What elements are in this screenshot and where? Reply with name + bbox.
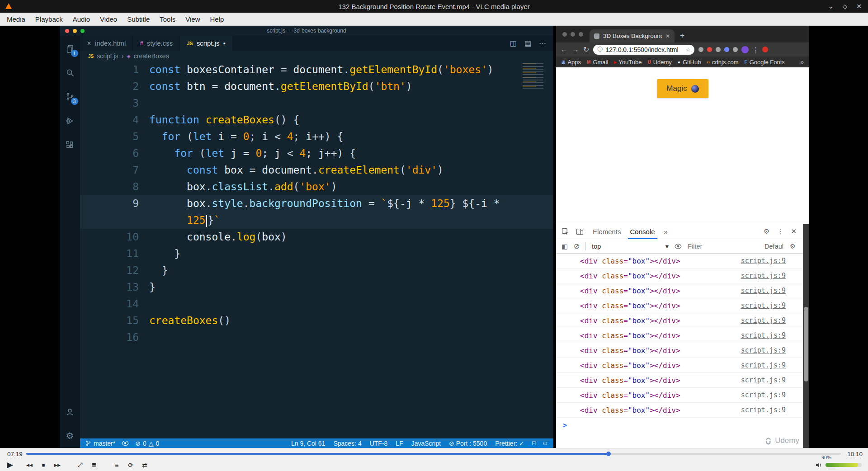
profile-avatar[interactable] [741, 46, 749, 53]
seek-handle[interactable] [606, 452, 611, 456]
bookmark-cdnjs-com[interactable]: ‹›cdnjs.com [707, 59, 738, 66]
code-row[interactable]: 6 for (let j = 0; j < 4; j++) { [80, 145, 553, 162]
toggle-layout-icon[interactable]: ▤ [524, 39, 531, 47]
log-levels-dropdown[interactable]: Defaul [764, 243, 783, 250]
stop-button[interactable]: ■ [38, 460, 49, 470]
bookmark-udemy[interactable]: UUdemy [647, 59, 671, 66]
code-row[interactable]: 15createBoxes() [80, 312, 553, 329]
volume-slider[interactable] [826, 463, 862, 467]
console-source-link[interactable]: script.js:9 [741, 331, 786, 339]
settings-gear-icon[interactable]: ⚙ [64, 430, 76, 442]
console-message[interactable]: <div class="box"></div> [580, 301, 680, 310]
window-close-icon[interactable]: ✕ [856, 3, 862, 10]
code-row[interactable]: 3 [80, 95, 553, 112]
macos-traffic-lights[interactable] [65, 29, 85, 33]
window-minimize-icon[interactable]: ⌄ [828, 3, 834, 10]
url-text[interactable]: 127.0.0.1:5500/index.html [605, 46, 683, 53]
console-sidebar-icon[interactable]: ◧ [561, 243, 568, 250]
run-debug-icon[interactable] [64, 115, 76, 127]
editor-pane[interactable]: 1const boxesContainer = document.getElem… [80, 61, 553, 438]
code-row[interactable]: 11 } [80, 245, 553, 262]
next-button[interactable]: ▶▶ [52, 460, 63, 470]
back-icon[interactable]: ← [561, 46, 568, 54]
code-row[interactable]: 8 box.classList.add('box') [80, 179, 553, 195]
menu-video[interactable]: Video [95, 15, 122, 23]
extension-icon[interactable] [733, 47, 738, 52]
new-tab-button[interactable]: + [680, 31, 684, 40]
console-source-link[interactable]: script.js:9 [741, 346, 786, 354]
volume-control[interactable]: 90% [815, 462, 863, 469]
video-area[interactable]: script.js — 3d-boxes-background 1 3 [0, 26, 868, 448]
status-item[interactable]: Ln 9, Col 61 [291, 440, 326, 447]
problems-status[interactable]: ⊘ 0 △ 0 [135, 440, 159, 447]
browser-tab[interactable]: 3D Boxes Background ✕ [590, 29, 675, 42]
code-row[interactable]: 2const btn = document.getElementById('bt… [80, 78, 553, 95]
extension-icon[interactable] [698, 47, 703, 52]
console-source-link[interactable]: script.js:9 [741, 316, 786, 325]
device-toolbar-icon[interactable] [576, 228, 584, 236]
console-message[interactable]: <div class="box"></div> [580, 257, 680, 265]
menu-subtitle[interactable]: Subtitle [122, 15, 155, 23]
breadcrumb[interactable]: JS script.js › ◈ createBoxes [80, 51, 553, 61]
devtools-close-icon[interactable]: ✕ [791, 227, 797, 236]
fullscreen-button[interactable]: ⤢ [75, 460, 85, 470]
accounts-icon[interactable] [64, 406, 76, 418]
code-row[interactable]: 125}` [80, 212, 553, 229]
code-row[interactable]: 10 console.log(box) [80, 229, 553, 245]
explorer-icon[interactable]: 1 [64, 43, 76, 55]
window-maximize-icon[interactable]: ◇ [842, 3, 847, 10]
code-row[interactable]: 12 } [80, 262, 553, 279]
minimap[interactable] [523, 63, 547, 90]
status-item[interactable]: Spaces: 4 [333, 440, 361, 447]
code-row[interactable]: 4function createBoxes() { [80, 112, 553, 128]
breadcrumb-file[interactable]: script.js [97, 52, 118, 60]
console-source-link[interactable]: script.js:9 [741, 257, 786, 265]
status-item[interactable]: JavaScript [411, 440, 441, 447]
code-row[interactable]: 13} [80, 279, 553, 296]
breadcrumb-symbol[interactable]: createBoxes [134, 52, 169, 60]
live-share-eye-icon[interactable] [122, 440, 129, 446]
console-message[interactable]: <div class="box"></div> [580, 361, 680, 370]
extensions-icon[interactable] [64, 139, 76, 151]
console-message[interactable]: <div class="box"></div> [580, 316, 680, 325]
menu-tools[interactable]: Tools [155, 15, 180, 23]
menu-help[interactable]: Help [205, 15, 229, 23]
console-message[interactable]: <div class="box"></div> [580, 376, 680, 385]
site-info-icon[interactable]: ⓘ [597, 46, 603, 53]
reload-icon[interactable]: ↻ [583, 45, 589, 54]
playlist-button[interactable]: ≡ [111, 460, 122, 470]
chrome-traffic-lights[interactable] [562, 32, 583, 37]
console-filter-input[interactable]: Filter [688, 243, 702, 250]
devtools-tab-elements[interactable]: Elements [590, 224, 623, 239]
console-source-link[interactable]: script.js:9 [741, 406, 786, 414]
extension-icon[interactable] [724, 47, 729, 52]
bookmarks-overflow-icon[interactable]: » [800, 58, 804, 66]
loop-button[interactable]: ⟳ [125, 460, 136, 470]
devtools-settings-gear-icon[interactable]: ⚙ [764, 227, 769, 236]
menu-playback[interactable]: Playback [30, 15, 68, 23]
bookmark-github[interactable]: ●GitHub [678, 59, 701, 66]
previous-button[interactable]: ◀◀ [24, 460, 35, 470]
editor-tab-index.html[interactable]: ✕index.html [80, 36, 133, 51]
code-row[interactable]: 16 [80, 329, 553, 346]
random-button[interactable]: ⇄ [139, 460, 150, 470]
devtools-more-tabs-icon[interactable]: » [664, 228, 668, 236]
feedback-icon[interactable]: ☺ [542, 440, 548, 447]
status-item[interactable]: ⊘ Port : 5500 [449, 440, 487, 447]
devtools-tab-console[interactable]: Console [628, 224, 657, 239]
menu-audio[interactable]: Audio [68, 15, 95, 23]
more-actions-icon[interactable]: ⋯ [539, 39, 546, 47]
remote-cast-icon[interactable]: ⊡ [532, 440, 537, 447]
console-message[interactable]: <div class="box"></div> [580, 287, 680, 295]
inspect-element-icon[interactable] [561, 228, 569, 236]
clear-console-icon[interactable]: ⊘ [574, 242, 580, 250]
extension-icon[interactable] [716, 47, 721, 52]
tab-close-icon[interactable]: ✕ [665, 33, 670, 39]
bookmark-apps[interactable]: ⊞Apps [561, 59, 581, 66]
extended-settings-button[interactable]: ≣ [89, 460, 99, 470]
play-button[interactable]: ▶ [5, 460, 15, 470]
console-context-selector[interactable]: top ▾ [592, 243, 669, 250]
console-message[interactable]: <div class="box"></div> [580, 331, 680, 340]
magic-button[interactable]: Magic [657, 79, 708, 98]
console-source-link[interactable]: script.js:9 [741, 391, 786, 399]
